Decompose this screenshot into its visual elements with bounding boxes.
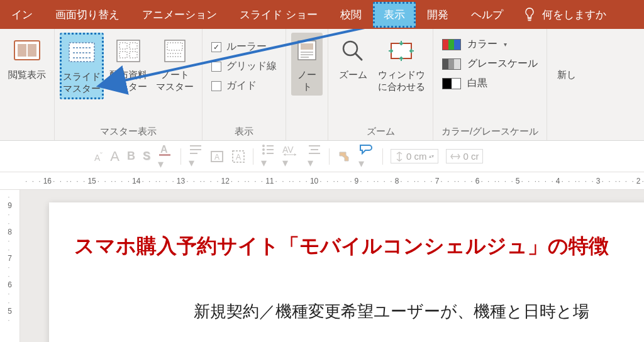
bw-swatch-icon (442, 78, 461, 89)
svg-rect-26 (159, 154, 170, 156)
zoom-button[interactable]: ズーム (333, 33, 372, 84)
notes-pane-icon (296, 35, 318, 67)
shadow-icon: S (143, 150, 150, 163)
svg-text:A: A (214, 153, 219, 162)
tab-transitions[interactable]: 画面切り替え (44, 1, 131, 28)
grayscale-mode-button[interactable]: グレースケール (442, 57, 538, 70)
format-painter-icon (337, 150, 351, 163)
new-window-icon (555, 35, 578, 67)
tab-review[interactable]: 校閲 (329, 1, 373, 28)
reading-view-button[interactable]: 閲覧表示 (5, 33, 49, 84)
color-mode-button[interactable]: カラー ▾ (442, 38, 538, 51)
notes-master-icon (161, 35, 189, 67)
svg-line-22 (355, 53, 362, 60)
svg-rect-2 (28, 44, 36, 57)
increase-font-icon: A (110, 148, 119, 165)
width-spinner: 0 cr (446, 149, 483, 163)
vertical-ruler: ·9··8··7··6··5· (0, 190, 20, 342)
horizontal-ruler: · · ·16· · ·· · ·15· · ·· · ·14· · ·· · … (0, 172, 644, 190)
notes-pane-button[interactable]: ノー ト (291, 33, 323, 96)
gridlines-checkbox[interactable]: グリッド線 (211, 60, 277, 73)
gridlines-label: グリッド線 (226, 60, 277, 73)
slide-body-text[interactable]: 新規契約／機種変更希望ユーザーが、機種と日時と場 (74, 301, 644, 323)
group-label-zoom: ズーム (333, 123, 428, 139)
height-value: 0 cm (406, 151, 427, 162)
new-window-label-partial: 新し (557, 69, 576, 81)
tell-me-search[interactable]: 何をしますか (514, 8, 615, 22)
fit-window-icon (387, 35, 415, 67)
new-window-button-partial[interactable]: 新し (552, 33, 581, 84)
fit-window-button[interactable]: ウィンドウ に合わせる (375, 33, 428, 96)
group-label-blank (5, 124, 49, 139)
tab-animations[interactable]: アニメーション (131, 1, 228, 28)
zoom-icon (340, 35, 365, 67)
ruler-checkbox[interactable]: ✓ ルーラー (211, 40, 277, 53)
guides-checkbox[interactable]: ガイド (211, 79, 277, 92)
tab-design-partial[interactable]: イン (0, 1, 44, 28)
svg-point-34 (262, 145, 265, 147)
paragraph-icon: ▾ (189, 143, 203, 170)
width-value: 0 cr (463, 151, 479, 162)
slide-canvas[interactable]: スマホ購入予約サイト「モバイルコンシェルジュ」の特徴 新規契約／機種変更希望ユー… (49, 202, 644, 342)
group-label-blank2 (291, 124, 323, 139)
checkbox-unchecked-icon (211, 81, 221, 91)
tell-me-label: 何をしますか (542, 8, 606, 22)
disabled-font-toolbar: A˘ A B S A▾ ▾ A A ▾ AV▾ ▾ ▾ 0 cm ▴▾ 0 cr (0, 141, 644, 172)
svg-rect-23 (391, 43, 411, 58)
speak-icon: ▾ (358, 143, 375, 170)
ruler-label: ルーラー (226, 40, 267, 53)
grayscale-mode-label: グレースケール (467, 57, 538, 70)
slide-canvas-wrap[interactable]: スマホ購入予約サイト「モバイルコンシェルジュ」の特徴 新規契約／機種変更希望ユー… (20, 190, 644, 342)
slide-title-text[interactable]: スマホ購入予約サイト「モバイルコンシェルジュ」の特徴 (74, 233, 644, 260)
color-mode-label: カラー (467, 38, 497, 51)
svg-rect-1 (18, 44, 26, 57)
svg-rect-7 (117, 40, 140, 62)
ribbon-tab-strip: イン 画面切り替え アニメーション スライド ショー 校閲 表示 開発 ヘルプ … (0, 0, 644, 29)
text-box-icon: A (210, 150, 224, 163)
svg-text:A: A (236, 153, 241, 162)
reading-view-icon (14, 35, 40, 67)
bw-mode-label: 白黒 (467, 77, 487, 90)
bold-icon: B (127, 150, 135, 163)
slide-master-button[interactable]: スライド マスター (60, 33, 104, 99)
notes-pane-label: ノー ト (297, 69, 316, 93)
slide-editing-area: ·9··8··7··6··5· スマホ購入予約サイト「モバイルコンシェルジュ」の… (0, 190, 644, 342)
color-swatch-icon (442, 39, 461, 50)
tab-view[interactable]: 表示 (373, 2, 416, 28)
svg-rect-17 (301, 43, 313, 50)
fit-window-label: ウィンドウ に合わせる (378, 69, 425, 93)
group-label-color: カラー/グレースケール (438, 123, 541, 139)
font-color-icon: A▾ (158, 142, 173, 171)
group-label-show: 表示 (208, 123, 280, 139)
svg-point-36 (262, 152, 265, 155)
svg-point-35 (262, 148, 265, 151)
handout-master-label: 配布資料 マスター (109, 69, 147, 93)
svg-rect-12 (165, 40, 185, 62)
svg-text:AV: AV (282, 145, 294, 155)
height-spinner: 0 cm ▴▾ (391, 149, 439, 163)
tab-slideshow[interactable]: スライド ショー (228, 1, 329, 28)
bw-mode-button[interactable]: 白黒 (442, 77, 538, 90)
tab-developer[interactable]: 開発 (416, 1, 460, 28)
ribbon: 閲覧表示 スライド マスター 配布資料 マスター (0, 29, 644, 141)
placeholder-icon: A (231, 150, 245, 163)
dropdown-caret-icon: ▾ (504, 41, 507, 48)
zoom-label: ズーム (339, 69, 367, 81)
tab-help[interactable]: ヘルプ (460, 1, 514, 28)
checkbox-unchecked-icon (211, 62, 221, 72)
decrease-font-icon: A˘ (94, 150, 103, 163)
char-spacing-icon: AV▾ (282, 143, 300, 170)
guides-label: ガイド (226, 79, 257, 92)
slide-master-icon (68, 37, 96, 69)
slide-master-label: スライド マスター (63, 71, 101, 95)
align-icon: ▾ (308, 143, 321, 170)
handout-master-icon (114, 35, 142, 67)
handout-master-button[interactable]: 配布資料 マスター (106, 33, 150, 96)
svg-text:A: A (160, 144, 168, 155)
lightbulb-icon (523, 8, 536, 21)
grayscale-swatch-icon (442, 58, 461, 70)
checkbox-checked-icon: ✓ (211, 42, 221, 52)
reading-view-label: 閲覧表示 (8, 69, 46, 81)
notes-master-button[interactable]: ノート マスター (153, 33, 197, 96)
group-label-master: マスター表示 (60, 123, 197, 139)
